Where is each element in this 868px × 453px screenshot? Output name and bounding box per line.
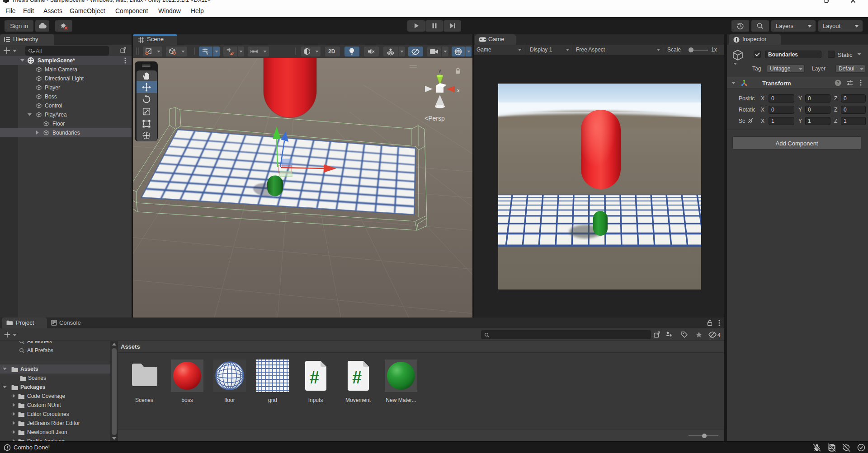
svg-text:Y: Y bbox=[206, 51, 209, 55]
svg-text:4: 4 bbox=[717, 332, 721, 338]
svg-text:#: # bbox=[352, 368, 362, 387]
svg-text:x: x bbox=[457, 88, 460, 93]
svg-text:?: ? bbox=[837, 80, 840, 85]
svg-text:<Persp: <Persp bbox=[425, 115, 445, 122]
svg-text:#: # bbox=[310, 368, 319, 387]
svg-text:y: y bbox=[439, 68, 441, 73]
